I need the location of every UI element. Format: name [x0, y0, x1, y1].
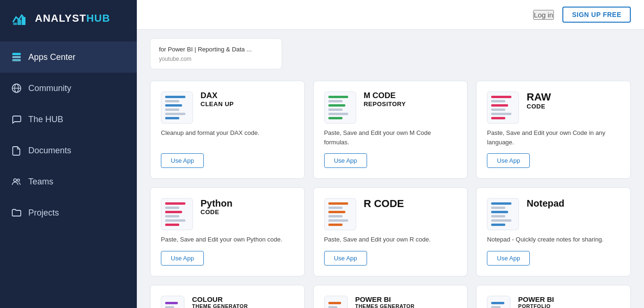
- app-title-block: R CODE: [364, 198, 457, 209]
- sidebar-item-the-hub[interactable]: The HUB: [0, 104, 137, 135]
- app-title: Notepad: [527, 198, 620, 208]
- chat-icon: [11, 114, 22, 125]
- app-title-block: Notepad: [527, 198, 620, 208]
- layers-icon: [11, 52, 22, 62]
- use-app-button-python[interactable]: Use App: [161, 251, 204, 266]
- svg-rect-1: [13, 23, 17, 25]
- sidebar-nav: Apps Center Community The HUB Documents: [0, 42, 137, 228]
- signup-button[interactable]: SIGN UP FREE: [562, 7, 631, 23]
- sidebar-item-the-hub-label: The HUB: [28, 115, 63, 125]
- app-subtitle: CODE: [201, 208, 294, 216]
- app-title-block: COLOUR THEME GENERATOR: [192, 296, 294, 308]
- app-card-m-code: M CODE REPOSITORY Paste, Save and Edit y…: [313, 81, 468, 179]
- app-thumbnail-colour: [161, 296, 184, 308]
- app-title: POWER BI: [355, 296, 457, 304]
- use-app-button-dax[interactable]: Use App: [161, 153, 204, 168]
- sidebar-item-apps-center-label: Apps Center: [28, 52, 75, 62]
- svg-rect-4: [12, 53, 21, 55]
- svg-point-11: [17, 179, 20, 182]
- sidebar-item-documents[interactable]: Documents: [0, 135, 137, 166]
- logo-area: ANALYSTHUB: [0, 0, 137, 37]
- cards-area: for Power BI | Reporting & Data ... yout…: [137, 30, 644, 308]
- login-button[interactable]: Log in: [533, 10, 554, 20]
- app-title-block: POWER BI THEMES GENERATOR: [355, 296, 457, 308]
- app-card-rcode: R CODE Paste, Save and Edit your own R c…: [313, 187, 468, 276]
- app-cards-row1: DAX CLEAN UP Cleanup and format your DAX…: [150, 81, 631, 179]
- app-subtitle: CLEAN UP: [201, 100, 294, 108]
- main-content: Log in SIGN UP FREE for Power BI | Repor…: [137, 0, 644, 308]
- app-subtitle: THEME GENERATOR: [192, 303, 294, 308]
- app-title: DAX: [201, 92, 294, 100]
- sidebar-item-apps-center[interactable]: Apps Center: [0, 42, 137, 73]
- app-thumbnail-rcode: [324, 198, 356, 230]
- app-title-block: POWER BI PORTFOLIO Share Pictures: [518, 296, 620, 308]
- people-icon: [11, 176, 22, 187]
- app-desc: Paste, Save and Edit your own M Code for…: [324, 128, 457, 147]
- doc-icon: [11, 145, 22, 156]
- app-title-block: Python CODE: [201, 198, 294, 216]
- app-thumbnail-pbi-portfolio: [487, 296, 510, 308]
- app-card-header: Python CODE: [161, 198, 294, 230]
- use-app-button-notepad[interactable]: Use App: [487, 251, 530, 266]
- sidebar-item-teams[interactable]: Teams: [0, 166, 137, 197]
- app-card-header: RAW CODE: [487, 92, 620, 124]
- app-desc: Notepad - Quickly create notes for shari…: [487, 235, 620, 244]
- sidebar-item-teams-label: Teams: [28, 177, 53, 187]
- app-thumbnail-dax: [161, 92, 193, 124]
- app-desc: Paste, Save and Edit your own Python cod…: [161, 235, 294, 244]
- app-title-block: DAX CLEAN UP: [201, 92, 294, 108]
- app-card-header: DAX CLEAN UP: [161, 92, 294, 124]
- app-title-block: RAW CODE: [527, 92, 620, 110]
- app-card-colour-theme: COLOUR THEME GENERATOR Create beautiful: [150, 285, 305, 308]
- sidebar-item-community[interactable]: Community: [0, 73, 137, 104]
- svg-rect-5: [12, 56, 21, 58]
- app-desc: Paste, Save and Edit your own Code in an…: [487, 128, 620, 147]
- sidebar-item-community-label: Community: [28, 83, 71, 93]
- app-card-powerbi-themes: POWER BI THEMES GENERATOR: [313, 285, 468, 308]
- sidebar-item-documents-label: Documents: [28, 146, 71, 156]
- app-title: POWER BI: [518, 296, 620, 304]
- app-desc: Cleanup and format your DAX code.: [161, 128, 294, 147]
- app-card-python: Python CODE Paste, Save and Edit your ow…: [150, 187, 305, 276]
- svg-rect-6: [12, 59, 21, 61]
- app-card-header: POWER BI THEMES GENERATOR: [324, 296, 457, 308]
- svg-point-10: [14, 179, 17, 182]
- svg-rect-2: [17, 20, 21, 25]
- app-card-header: COLOUR THEME GENERATOR: [161, 296, 294, 308]
- use-app-button-rcode[interactable]: Use App: [324, 251, 367, 266]
- sidebar: ANALYSTHUB Apps Center Community The HUB: [0, 0, 137, 308]
- app-subtitle: THEMES GENERATOR: [355, 303, 457, 308]
- app-desc: Paste, Save and Edit your own R code.: [324, 235, 457, 244]
- sidebar-item-projects-label: Projects: [28, 208, 59, 218]
- app-title: R CODE: [364, 198, 457, 209]
- app-card-powerbi-portfolio: POWER BI PORTFOLIO Share Pictures: [476, 285, 631, 308]
- app-subtitle: CODE: [527, 103, 620, 110]
- app-title: RAW: [527, 92, 620, 103]
- app-title: COLOUR: [192, 296, 294, 304]
- app-subtitle: REPOSITORY: [364, 100, 457, 108]
- app-thumbnail-python: [161, 198, 193, 230]
- app-thumbnail-mcode: [324, 92, 356, 124]
- app-cards-row2: Python CODE Paste, Save and Edit your ow…: [150, 187, 631, 276]
- svg-rect-3: [22, 17, 25, 25]
- yt-preview-card: for Power BI | Reporting & Data ... yout…: [150, 38, 282, 69]
- sidebar-item-projects[interactable]: Projects: [0, 197, 137, 228]
- yt-url: youtube.com: [159, 56, 273, 62]
- app-card-header: POWER BI PORTFOLIO Share Pictures: [487, 296, 620, 308]
- use-app-button-mcode[interactable]: Use App: [324, 153, 367, 168]
- globe-icon: [11, 83, 22, 93]
- logo-text: ANALYSTHUB: [35, 12, 110, 25]
- app-card-notepad: Notepad Notepad - Quickly create notes f…: [476, 187, 631, 276]
- app-card-header: R CODE: [324, 198, 457, 230]
- app-card-dax-cleanup: DAX CLEAN UP Cleanup and format your DAX…: [150, 81, 305, 179]
- app-card-header: M CODE REPOSITORY: [324, 92, 457, 124]
- app-cards-row3: COLOUR THEME GENERATOR Create beautiful …: [150, 285, 631, 308]
- app-thumbnail-notepad: [487, 198, 519, 230]
- app-thumbnail-pbi-themes: [324, 296, 348, 308]
- folder-icon: [11, 208, 22, 218]
- yt-title: for Power BI | Reporting & Data ...: [159, 45, 273, 54]
- use-app-button-rawcode[interactable]: Use App: [487, 153, 530, 168]
- topbar: Log in SIGN UP FREE: [137, 0, 644, 30]
- app-thumbnail-rawcode: [487, 92, 519, 124]
- app-subtitle: PORTFOLIO: [518, 303, 620, 308]
